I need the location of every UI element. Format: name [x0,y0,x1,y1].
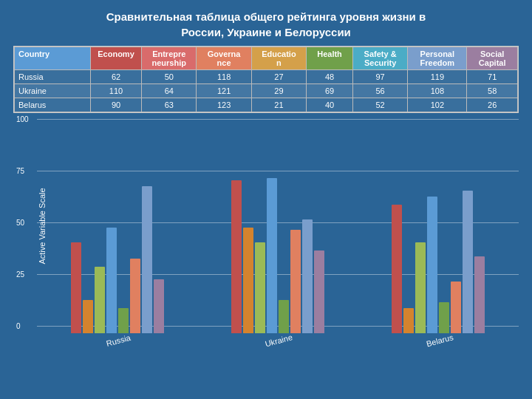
header-entrep: Entrepreneurship [142,47,197,70]
bar [71,242,81,333]
cell-educ: 27 [251,70,306,84]
bar [392,205,402,333]
cell-personal: 102 [408,98,467,112]
grid-label: 25 [16,270,24,279]
cell-safety: 56 [352,84,407,98]
header-educ: Education [251,47,306,70]
bar [243,228,253,333]
cell-safety: 52 [352,98,407,112]
cell-economy: 90 [90,98,141,112]
bar-chart: Active Variable Scale 0255075100 [37,119,519,333]
bar-group [197,178,358,333]
grid-label: 0 [16,322,21,330]
cell-entrep: 64 [142,84,197,98]
title-line2: России, Украине и Белоруссии [181,26,351,38]
bar [142,186,152,333]
bar [463,191,473,333]
cell-health: 40 [307,98,353,112]
bar [118,308,129,333]
header-safety: Safety &Security [352,47,407,70]
header-govern: Governance [197,47,251,70]
bar [279,300,289,333]
bar [83,300,93,333]
header-social: SocialCapital [467,47,518,70]
bar [427,197,437,333]
bar [130,259,140,333]
cell-economy: 110 [90,84,141,98]
bar-group [358,191,519,333]
bars-wrapper [37,119,519,333]
bar [231,180,242,333]
bar [302,219,313,333]
header-personal: PersonalFreedom [408,47,467,70]
header-economy: Economy [90,47,141,70]
table-row: Belarus 90 63 123 21 40 52 102 26 [15,98,518,112]
cell-economy: 62 [90,70,141,84]
cell-govern: 121 [197,84,251,98]
cell-health: 69 [307,84,353,98]
bar [451,282,461,333]
cell-govern: 118 [197,70,251,84]
grid-label: 50 [16,219,24,227]
cell-social: 71 [467,70,518,84]
cell-educ: 21 [251,98,306,112]
cell-educ: 29 [251,84,306,98]
chart-inner: 0255075100 [37,119,519,333]
bar [267,178,277,333]
cell-country: Ukraine [15,84,91,98]
cell-govern: 123 [197,98,251,112]
cell-social: 26 [467,98,518,112]
bar [474,256,485,333]
cell-safety: 97 [352,70,407,84]
bar [314,250,324,333]
cell-personal: 108 [408,84,467,98]
cell-social: 58 [467,84,518,98]
bar [439,302,449,333]
data-table: Country Economy Entrepreneurship Governa… [13,46,519,113]
cell-entrep: 63 [142,98,197,112]
bar [415,242,426,333]
cell-country: Russia [15,70,91,84]
title-line1: Сравнительная таблица общего рейтинга ур… [106,10,426,23]
bar-group [37,186,197,333]
page-title: Сравнительная таблица общего рейтинга ур… [0,0,532,46]
header-country: Country [15,47,91,70]
cell-entrep: 50 [142,70,197,84]
cell-personal: 119 [408,70,467,84]
bar [290,230,301,333]
grid-label: 75 [16,167,24,175]
bar [403,308,414,333]
cell-country: Belarus [15,98,91,112]
bar [255,242,265,333]
bar [95,267,105,333]
table-row: Ukraine 110 64 121 29 69 56 108 58 [15,84,518,98]
bar [106,228,117,333]
header-health: Health [307,47,353,70]
grid-label: 100 [16,115,29,123]
x-labels: RussiaUkraineBelarus [37,333,519,345]
cell-health: 48 [307,70,353,84]
table-row: Russia 62 50 118 27 48 97 119 71 [15,70,518,84]
